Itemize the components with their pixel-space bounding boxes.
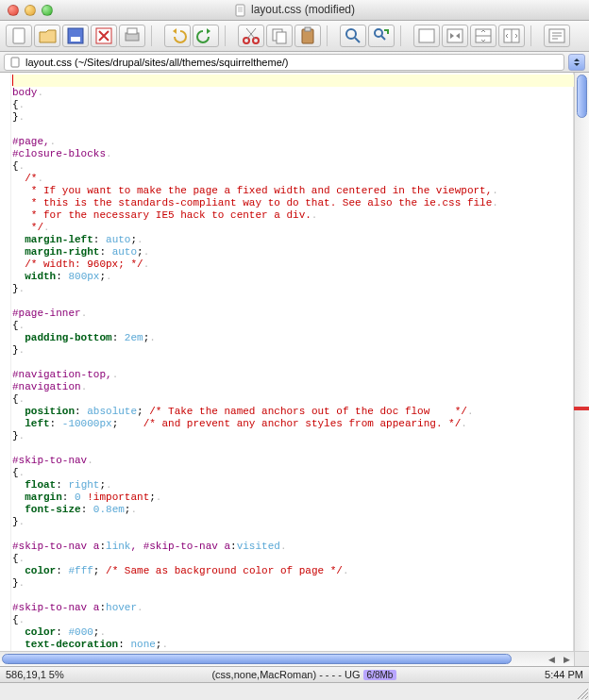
svg-rect-15 (419, 29, 434, 42)
svg-point-13 (346, 29, 356, 39)
find-replace-button[interactable] (368, 25, 395, 47)
paste-button[interactable] (294, 25, 321, 47)
document-icon (234, 4, 247, 17)
print-icon (122, 25, 143, 46)
scroll-left-button[interactable]: ◀ (544, 652, 559, 666)
unsplit-button[interactable] (442, 25, 468, 47)
new-file-icon (8, 25, 29, 46)
svg-rect-10 (277, 32, 286, 43)
titlebar: layout.css (modified) (0, 0, 589, 21)
minimize-window-button[interactable] (25, 5, 36, 16)
find-replace-icon (371, 25, 392, 46)
svg-rect-6 (127, 28, 137, 34)
code-area[interactable]: body. {. }. #page,. #closure-blocks. {. … (11, 73, 574, 651)
status-position: 586,19,1 5% (6, 669, 64, 680)
toolbar-separator (327, 25, 334, 46)
new-view-icon (416, 25, 437, 46)
print-button[interactable] (119, 25, 145, 47)
scroll-right-button[interactable]: ▶ (559, 652, 574, 666)
zoom-window-button[interactable] (42, 5, 53, 16)
new-file-button[interactable] (6, 25, 32, 47)
split-horiz-icon (473, 25, 494, 46)
copy-button[interactable] (266, 25, 293, 47)
save-file-icon (65, 25, 86, 46)
window-controls (8, 5, 53, 16)
status-flags: - - - - UG (319, 669, 360, 680)
unsplit-icon (445, 25, 465, 46)
properties-button[interactable] (544, 25, 570, 47)
open-file-icon (37, 25, 58, 46)
scroll-corner (574, 651, 589, 666)
close-window-button[interactable] (8, 5, 19, 16)
editor: body. {. }. #page,. #closure-blocks. {. … (0, 73, 589, 666)
undo-icon (167, 25, 188, 46)
status-memory: 6/8Mb (363, 670, 397, 680)
gutter (0, 73, 11, 651)
find-icon (343, 25, 363, 46)
svg-rect-3 (71, 37, 80, 42)
vertical-scroll-thumb[interactable] (577, 75, 587, 118)
split-vert-button[interactable] (498, 25, 525, 47)
undo-button[interactable] (164, 25, 191, 47)
horizontal-scroll-thumb[interactable] (2, 654, 512, 664)
cut-button[interactable] (238, 25, 264, 47)
status-clock: 5:44 PM (545, 669, 583, 680)
updown-icon (572, 58, 581, 67)
find-button[interactable] (340, 25, 366, 47)
copy-icon (269, 25, 290, 46)
svg-rect-1 (13, 28, 25, 43)
svg-point-8 (253, 38, 259, 43)
open-file-button[interactable] (34, 25, 60, 47)
buffer-tab[interactable]: layout.css (~/Sites/drupal/sites/all/the… (4, 54, 564, 71)
toolbar-separator (400, 25, 408, 46)
redo-icon (195, 25, 216, 46)
close-file-icon (93, 25, 114, 46)
split-vert-icon (501, 25, 522, 46)
save-file-button[interactable] (62, 25, 89, 47)
svg-rect-20 (11, 58, 19, 67)
svg-rect-12 (305, 27, 311, 31)
toolbar-separator (530, 25, 538, 46)
svg-rect-16 (447, 29, 463, 42)
buffer-switcher-button[interactable] (568, 54, 585, 71)
status-mode: (css,none,MacRoman) (211, 669, 316, 680)
overflow-indicator (574, 407, 589, 410)
paste-icon (297, 25, 318, 46)
buffer-bar: layout.css (~/Sites/drupal/sites/all/the… (0, 52, 589, 73)
close-file-button[interactable] (91, 25, 117, 47)
vertical-scrollbar[interactable] (574, 73, 589, 651)
split-horiz-button[interactable] (470, 25, 496, 47)
statusbar: 586,19,1 5% (css,none,MacRoman) - - - - … (0, 666, 589, 683)
svg-rect-0 (236, 5, 244, 16)
horizontal-scrollbar[interactable]: ◀ ▶ (0, 651, 574, 666)
buffer-label: layout.css (~/Sites/drupal/sites/all/the… (25, 57, 288, 68)
properties-icon (547, 25, 567, 46)
window-title: layout.css (modified) (251, 3, 355, 16)
toolbar-separator (225, 25, 232, 46)
bottom-margin (0, 683, 589, 700)
svg-point-7 (244, 38, 249, 43)
toolbar-separator (151, 25, 159, 46)
resize-handle[interactable] (574, 685, 589, 700)
toolbar (0, 21, 589, 52)
redo-button[interactable] (193, 25, 219, 47)
new-view-button[interactable] (413, 25, 440, 47)
svg-point-14 (375, 29, 382, 37)
document-icon (10, 57, 22, 68)
cut-icon (241, 25, 261, 46)
